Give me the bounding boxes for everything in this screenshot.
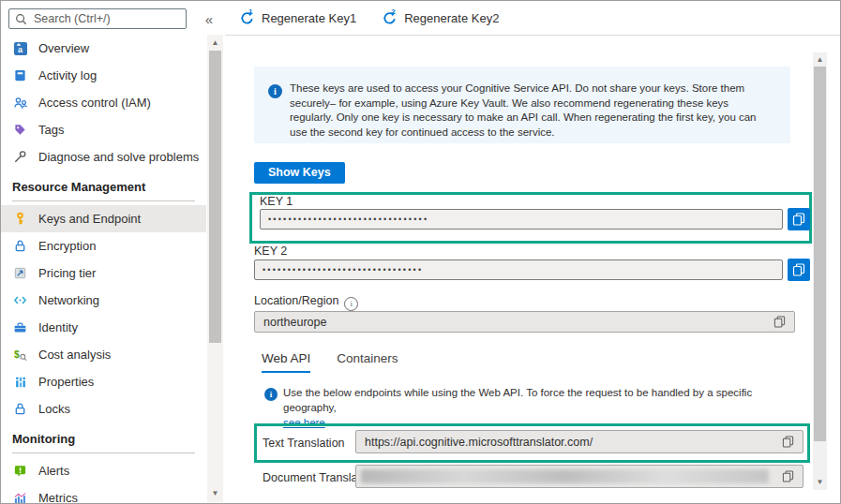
- copy-document-translation-button[interactable]: [782, 470, 794, 482]
- section-header-monitoring: Monitoring: [12, 432, 195, 453]
- sidebar-item-diagnose[interactable]: Diagnose and solve problems: [1, 143, 206, 170]
- content-scrollbar-thumb[interactable]: [814, 67, 826, 441]
- scroll-up-icon[interactable]: ▲: [813, 53, 827, 67]
- sidebar-item-properties[interactable]: Properties: [1, 368, 206, 395]
- search-icon: [15, 13, 27, 25]
- sidebar-item-label: Diagnose and solve problems: [38, 150, 199, 164]
- sidebar-item-pricing-tier[interactable]: Pricing tier: [1, 259, 206, 287]
- regenerate-key1-button[interactable]: 1 Regenerate Key1: [240, 11, 356, 25]
- refresh-icon: 2: [383, 11, 397, 25]
- tab-web-api[interactable]: Web API: [262, 351, 310, 373]
- tab-containers[interactable]: Containers: [337, 351, 398, 373]
- sidebar-item-activity-log[interactable]: Activity log: [1, 62, 206, 89]
- refresh-icon: 1: [240, 11, 254, 25]
- sidebar-item-label: Keys and Endpoint: [38, 212, 141, 226]
- location-value-field[interactable]: northeurope: [254, 311, 795, 333]
- sidebar-item-alerts[interactable]: Alerts: [1, 457, 206, 484]
- cost-analysis-icon: $: [12, 347, 28, 363]
- sidebar-item-label: Activity log: [38, 68, 97, 82]
- show-keys-button[interactable]: Show Keys: [254, 162, 345, 184]
- sidebar-item-locks[interactable]: Locks: [1, 395, 206, 422]
- copy-location-button[interactable]: [773, 316, 786, 328]
- scroll-down-icon[interactable]: ▼: [813, 476, 827, 489]
- key-icon: [12, 211, 28, 227]
- sidebar-search-box[interactable]: [8, 8, 187, 29]
- scroll-up-icon[interactable]: ▲: [207, 37, 223, 50]
- copy-text-translation-button[interactable]: [782, 436, 794, 448]
- sidebar-item-label: Pricing tier: [38, 266, 96, 280]
- text-translation-label: Text Translation: [263, 437, 345, 450]
- briefcase-icon: [12, 319, 28, 335]
- regenerate-key2-label: Regenerate Key2: [404, 11, 499, 25]
- sidebar-item-label: Overview: [38, 41, 89, 55]
- text-translation-endpoint-field[interactable]: https://api.cognitive.microsofttranslato…: [355, 430, 803, 453]
- key1-value-field[interactable]: ••••••••••••••••••••••••••••••••: [260, 209, 783, 230]
- sidebar-item-identity[interactable]: Identity: [1, 314, 206, 341]
- pricing-tier-icon: [12, 265, 28, 281]
- scroll-down-icon[interactable]: ▼: [207, 487, 223, 500]
- resource-sidebar: « a Overview Activity log Access control…: [1, 1, 224, 503]
- tags-icon: [12, 122, 28, 138]
- main-panel: 1 Regenerate Key1 2 Regenerate Key2 i Th…: [225, 1, 840, 503]
- svg-text:$: $: [14, 349, 20, 360]
- sidebar-item-networking[interactable]: Networking: [1, 287, 206, 314]
- sidebar-scrollbar-thumb[interactable]: [209, 51, 221, 343]
- command-bar: 1 Regenerate Key1 2 Regenerate Key2: [225, 1, 840, 36]
- sidebar-item-label: Identity: [38, 320, 78, 334]
- alerts-icon: [12, 463, 28, 479]
- location-label: Location/Regioni: [254, 294, 358, 311]
- sidebar-item-label: Metrics: [38, 491, 78, 504]
- section-header-resource-management: Resource Management: [12, 180, 195, 201]
- info-banner-text: These keys are used to access your Cogni…: [290, 82, 773, 141]
- azure-keys-endpoint-page: « a Overview Activity log Access control…: [0, 0, 841, 504]
- sidebar-item-label: Cost analysis: [38, 348, 111, 362]
- sidebar-item-overview[interactable]: a Overview: [1, 35, 206, 62]
- copy-key1-button[interactable]: [788, 208, 810, 230]
- info-icon: i: [268, 84, 282, 98]
- sidebar-item-metrics[interactable]: Metrics: [1, 484, 206, 504]
- regenerate-key2-button[interactable]: 2 Regenerate Key2: [383, 11, 499, 25]
- document-translation-endpoint-field[interactable]: [355, 465, 803, 488]
- info-icon: i: [264, 388, 278, 401]
- sidebar-item-access-control[interactable]: Access control (IAM): [1, 89, 206, 116]
- sidebar-item-label: Encryption: [38, 239, 96, 253]
- sidebar-scrollbar: ▲ ▼: [207, 35, 223, 502]
- sidebar-item-keys-and-endpoint[interactable]: Keys and Endpoint: [1, 205, 206, 232]
- activity-log-icon: [12, 67, 28, 83]
- sidebar-item-encryption[interactable]: Encryption: [1, 232, 206, 259]
- properties-icon: [12, 374, 28, 390]
- location-info-icon[interactable]: i: [344, 297, 358, 311]
- lock-icon: [12, 401, 28, 417]
- search-input[interactable]: [32, 11, 187, 26]
- metrics-icon: [12, 490, 28, 504]
- sidebar-item-label: Networking: [38, 293, 99, 307]
- sidebar-item-label: Access control (IAM): [38, 96, 151, 110]
- sidebar-item-cost-analysis[interactable]: $ Cost analysis: [1, 341, 206, 368]
- redacted-value: [361, 469, 769, 483]
- key2-value-field[interactable]: ••••••••••••••••••••••••••••••••: [254, 259, 783, 280]
- collapse-sidebar-button[interactable]: «: [202, 9, 217, 29]
- lock-icon: [12, 238, 28, 254]
- key1-label: KEY 1: [260, 195, 293, 208]
- copy-icon: [792, 263, 805, 276]
- copy-key2-button[interactable]: [788, 259, 810, 281]
- sidebar-item-label: Properties: [38, 375, 94, 389]
- translator-icon: a: [12, 40, 28, 56]
- key2-label: KEY 2: [254, 245, 287, 258]
- sidebar-item-tags[interactable]: Tags: [1, 116, 206, 143]
- copy-icon: [792, 213, 805, 226]
- endpoint-tabs: Web API Containers: [262, 351, 398, 373]
- regenerate-key1-label: Regenerate Key1: [262, 11, 356, 25]
- sidebar-item-label: Tags: [38, 123, 64, 137]
- info-banner: i These keys are used to access your Cog…: [254, 67, 790, 143]
- sidebar-nav: a Overview Activity log Access control (…: [1, 35, 206, 504]
- access-control-icon: [12, 95, 28, 111]
- sidebar-search-row: «: [8, 8, 217, 31]
- content-scrollbar: ▲ ▼: [813, 52, 827, 490]
- wrench-icon: [12, 149, 28, 165]
- networking-icon: [12, 292, 28, 308]
- sidebar-item-label: Alerts: [38, 464, 69, 478]
- sidebar-item-label: Locks: [38, 402, 70, 416]
